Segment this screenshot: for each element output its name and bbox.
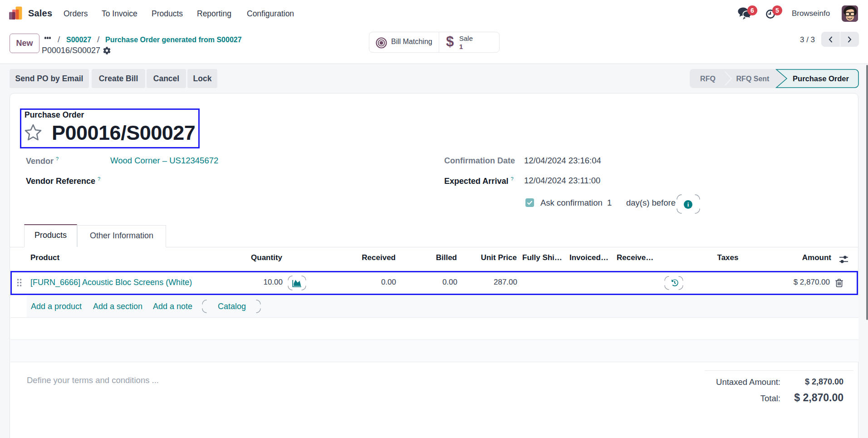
svg-text:RFQ Sent: RFQ Sent (736, 75, 770, 83)
svg-text:RFQ: RFQ (700, 75, 716, 83)
svg-text:Purchase Order: Purchase Order (793, 74, 849, 83)
